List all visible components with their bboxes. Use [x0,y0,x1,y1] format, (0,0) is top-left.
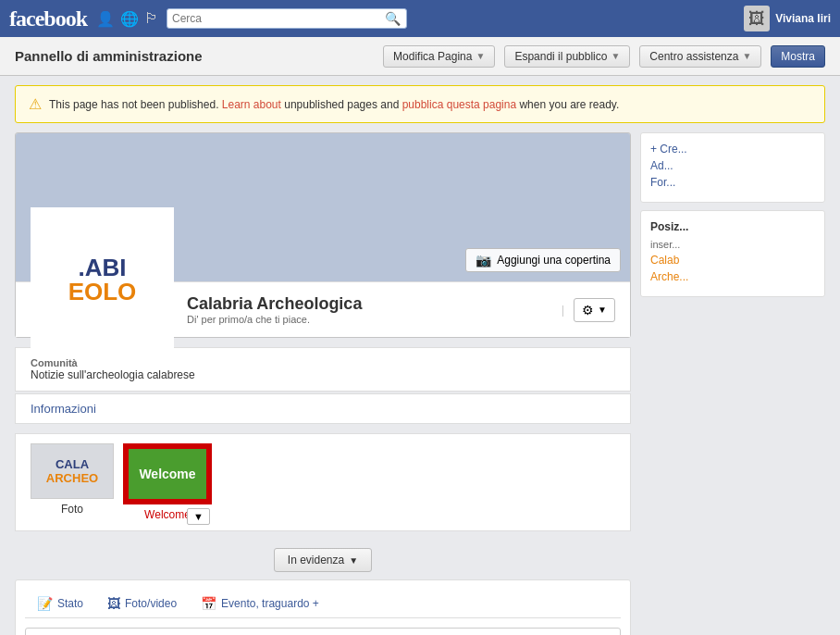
info-link-area: Informazioni [15,393,631,424]
status-icon: 📝 [37,596,53,611]
search-bar[interactable]: 🔍 [167,8,407,29]
in-evidenza-bar: In evidenza ▼ [15,541,631,579]
informazioni-link[interactable]: Informazioni [31,402,96,416]
posiz-title: Posiz... [650,220,815,233]
community-section: Comunità Notizie sull'archeologia calabr… [15,347,631,392]
gear-button[interactable]: ⚙ ▼ [574,298,615,322]
foto-tab-label: Foto [61,503,83,516]
pubblica-link[interactable]: pubblica questa pagina [402,98,516,111]
top-navigation: facebook 👤 🌐 🏳 🔍 🖼 Viviana Iiri [0,0,840,37]
admin-bar: Pannello di amministrazione Modifica Pag… [0,37,840,76]
welcome-tab[interactable]: Welcome ▼ Welcome [123,443,212,521]
camera-icon: 📷 [476,253,491,268]
create-link[interactable]: + Cre... [650,143,815,156]
page-title-block: Calabria Archeologica Di' per primo/a ch… [187,294,362,325]
ads-link[interactable]: Ad... [650,159,815,172]
page-name: Calabria Archeologica [187,294,362,314]
foto-tab-thumbnail: CALA ARCHEO [31,443,114,499]
arche-link[interactable]: Arche... [650,270,815,283]
friends-icon[interactable]: 👤 [96,10,115,28]
community-label: Comunità [31,357,615,368]
globe-icon[interactable]: 🌐 [120,10,139,28]
learn-about-link[interactable]: Learn about [222,98,281,111]
right-sidebar: + Cre... Ad... For... Posiz... inser... … [640,132,825,635]
stato-tab[interactable]: 📝 Stato [25,590,95,617]
post-type-tabs: 📝 Stato 🖼 Foto/video 📅 Evento, traguardo… [25,590,621,618]
page-tabs-area: CALA ARCHEO Foto Welcome ▼ Welcome [15,433,631,531]
warning-text: This page has not been published. Learn … [49,98,619,111]
chevron-down-icon: ▼ [349,555,358,566]
photo-icon: 🖼 [107,596,120,611]
nav-icons: 👤 🌐 🏳 [96,10,159,28]
post-input[interactable] [25,628,621,635]
calendar-icon: 📅 [201,596,216,611]
page-logo: .ABI EOLO [68,255,137,304]
sidebar-create-section: + Cre... Ad... For... [640,132,825,203]
tab-logo: CALA ARCHEO [46,457,98,485]
warning-bar: ⚠ This page has not been published. Lear… [15,85,825,123]
chevron-down-icon: ▼ [476,51,485,61]
inseris-text: inser... [650,239,815,250]
font-link[interactable]: For... [650,176,815,189]
welcome-dropdown-button[interactable]: ▼ [187,508,210,525]
left-column: 📷 Aggiungi una copertina .ABI EOLO Calab… [15,132,631,635]
gear-icon: ⚙ [582,303,594,318]
user-area[interactable]: 🖼 Viviana Iiri [744,6,831,31]
welcome-tab-label: Welcome [144,508,191,521]
post-box: 📝 Stato 🖼 Foto/video 📅 Evento, traguardo… [15,579,631,635]
in-evidenza-button[interactable]: In evidenza ▼ [274,548,372,572]
chevron-down-icon: ▼ [742,51,751,61]
mostra-button[interactable]: Mostra [771,45,825,68]
user-name: Viviana Iiri [775,12,831,25]
welcome-tab-container: Welcome ▼ [123,443,212,504]
espandi-pubblico-button[interactable]: Espandi il pubblico ▼ [504,45,630,68]
evento-tab[interactable]: 📅 Evento, traguardo + [189,590,331,617]
foto-tab[interactable]: CALA ARCHEO Foto [31,443,114,516]
welcome-tab-thumbnail: Welcome [126,446,209,502]
add-cover-button[interactable]: 📷 Aggiungi una copertina [465,248,621,272]
sidebar-posiz-section: Posiz... inser... Calab Arche... [640,210,825,297]
modifica-pagina-button[interactable]: Modifica Pagina ▼ [383,45,495,68]
calab-link[interactable]: Calab [650,254,815,267]
chevron-down-icon: ▼ [611,51,620,61]
chevron-down-icon: ▼ [598,305,607,315]
divider: | [562,303,564,317]
admin-title: Pannello di amministrazione [15,48,374,64]
search-icon[interactable]: 🔍 [385,11,401,26]
flag-icon[interactable]: 🏳 [144,10,159,28]
facebook-logo: facebook [9,6,87,31]
centro-assistenza-button[interactable]: Centro assistenza ▼ [639,45,761,68]
avatar: 🖼 [744,6,770,31]
search-input[interactable] [172,12,385,25]
foto-video-tab[interactable]: 🖼 Foto/video [95,590,189,617]
page-likes: Di' per primo/a che ti piace. [187,314,362,325]
profile-picture: .ABI EOLO [31,207,174,351]
main-layout: 📷 Aggiungi una copertina .ABI EOLO Calab… [0,132,840,635]
cover-area: 📷 Aggiungi una copertina .ABI EOLO Calab… [15,132,631,338]
community-desc: Notizie sull'archeologia calabrese [31,368,615,381]
warning-icon: ⚠ [29,95,42,113]
